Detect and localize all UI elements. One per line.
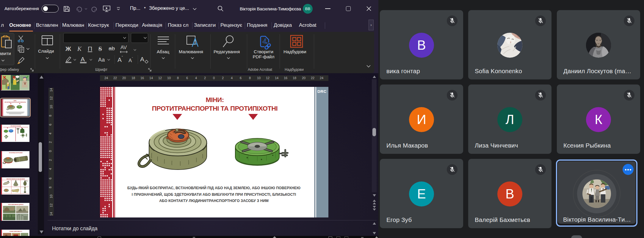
svg-text:ПРОТИТРАНСПОРТНІ МІНИ: ПРОТИТРАНСПОРТНІ МІНИ [9,152,23,154]
svg-text:ОЗНАКИ ЗАМІНОВАНОГО: ОЗНАКИ ЗАМІНОВАНОГО [10,231,22,232]
svg-text:ВИКОРИСТОВУЮТЬСЯ ЗАСОБИ ВІЙНИ: ВИКОРИСТОВУЮТЬСЯ ЗАСОБИ ВІЙНИ [7,178,25,180]
svg-text:ТИПИ ЗАМІНОВАНИХ ДІЛЯНОК: ТИПИ ЗАМІНОВАНИХ ДІЛЯНОК [8,204,24,205]
svg-text:ПРОТИТРАНСПОРТНІ ТА ПРОТИПІХОТ: ПРОТИТРАНСПОРТНІ ТА ПРОТИПІХОТНІ [4,102,26,103]
svg-text:ПРОТИПІХОТНІ МІНИ: ПРОТИПІХОТНІ МІНИ [10,126,21,127]
svg-text:МІНИ:: МІНИ: [14,100,17,101]
